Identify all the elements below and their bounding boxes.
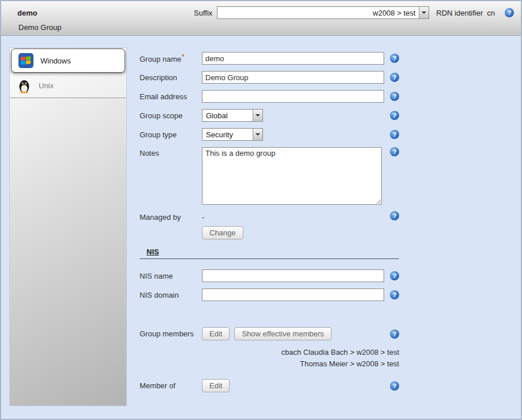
group-member-item: Thomas Meier > w2008 > test	[140, 358, 399, 370]
nis-name-input[interactable]	[202, 269, 384, 282]
chevron-down-icon	[419, 7, 429, 18]
help-icon[interactable]: ?	[390, 211, 399, 220]
group-members-row: Group members Edit Show effective member…	[140, 327, 399, 340]
help-icon[interactable]: ?	[390, 271, 399, 280]
managed-by-row: Managed by - Change ?	[140, 211, 399, 239]
notes-label: Notes	[140, 147, 202, 158]
tab-windows-label: Windows	[40, 57, 71, 65]
module-sidebar: Windows Unix	[9, 47, 127, 406]
suffix-select[interactable]: w2008 > test	[217, 6, 429, 19]
member-of-label: Member of	[140, 381, 202, 390]
member-of-row: Member of Edit ?	[140, 379, 399, 392]
help-icon[interactable]: ?	[390, 111, 399, 120]
help-icon[interactable]: ?	[390, 147, 399, 156]
description-input[interactable]	[202, 71, 384, 84]
help-icon[interactable]: ?	[390, 381, 399, 391]
nis-domain-input[interactable]	[202, 288, 384, 301]
content: Windows Unix	[1, 36, 521, 419]
help-icon[interactable]: ?	[390, 130, 399, 139]
help-icon[interactable]: ?	[390, 92, 399, 101]
group-type-value: Security	[202, 130, 253, 139]
help-icon[interactable]: ?	[390, 329, 399, 339]
group-name-label: Group name*	[140, 53, 202, 63]
group-members-list: cbach Claudia Bach > w2008 > test Thomas…	[140, 347, 399, 370]
group-type-label: Group type	[140, 130, 202, 139]
group-name-row: Group name* ?	[140, 52, 399, 65]
help-icon[interactable]: ?	[390, 290, 399, 299]
group-type-select[interactable]: Security	[202, 128, 263, 141]
email-input[interactable]	[202, 90, 384, 103]
group-type-row: Group type Security ?	[140, 128, 399, 141]
windows-icon	[18, 53, 33, 68]
tab-unix-label: Unix	[39, 81, 54, 90]
nis-section-header: NIS	[140, 247, 399, 259]
nis-domain-row: NIS domain ?	[140, 288, 399, 301]
change-button[interactable]: Change	[202, 226, 243, 239]
help-icon[interactable]: ?	[390, 54, 399, 63]
group-members-edit-button[interactable]: Edit	[202, 327, 230, 340]
group-scope-value: Global	[202, 111, 253, 120]
group-scope-row: Group scope Global ?	[140, 109, 399, 122]
help-icon[interactable]: ?	[390, 73, 399, 82]
group-edit-window: demo Suffix w2008 > test RDN identifier …	[0, 0, 522, 420]
rdn-identifier-label: RDN identifier	[436, 9, 483, 17]
group-members-label: Group members	[140, 329, 202, 338]
email-row: Email address ?	[140, 90, 399, 103]
notes-row: Notes This is a demo group ?	[140, 147, 399, 205]
group-form: Group name* ? Description ? Email addres…	[127, 47, 399, 406]
rdn-identifier-value: cn	[487, 9, 495, 17]
suffix-label: Suffix	[194, 9, 212, 17]
notes-textarea[interactable]: This is a demo group	[202, 147, 382, 205]
chevron-down-icon	[253, 110, 262, 121]
managed-by-label: Managed by	[140, 211, 202, 222]
description-row: Description ?	[140, 71, 399, 84]
unix-icon	[17, 78, 32, 93]
group-name-input[interactable]	[202, 52, 384, 65]
nis-name-row: NIS name ?	[140, 269, 399, 282]
tab-windows[interactable]: Windows	[11, 48, 125, 73]
description-label: Description	[140, 73, 202, 82]
managed-by-value: -	[202, 211, 204, 222]
group-scope-select[interactable]: Global	[202, 109, 263, 122]
page-title: demo	[17, 9, 37, 17]
chevron-down-icon	[253, 129, 262, 140]
group-scope-label: Group scope	[140, 111, 202, 120]
required-marker: *	[182, 53, 184, 60]
show-effective-members-button[interactable]: Show effective members	[234, 327, 331, 340]
suffix-select-value: w2008 > test	[217, 9, 419, 17]
tab-unix[interactable]: Unix	[10, 74, 126, 98]
nis-section-title: NIS	[147, 247, 159, 256]
nis-domain-label: NIS domain	[140, 291, 202, 299]
help-icon[interactable]: ?	[505, 8, 514, 17]
member-of-edit-button[interactable]: Edit	[202, 379, 230, 392]
page-subtitle: Demo Group	[18, 23, 514, 32]
email-label: Email address	[140, 92, 202, 101]
header: demo Suffix w2008 > test RDN identifier …	[1, 1, 521, 36]
nis-name-label: NIS name	[140, 272, 202, 280]
group-member-item: cbach Claudia Bach > w2008 > test	[140, 347, 399, 358]
